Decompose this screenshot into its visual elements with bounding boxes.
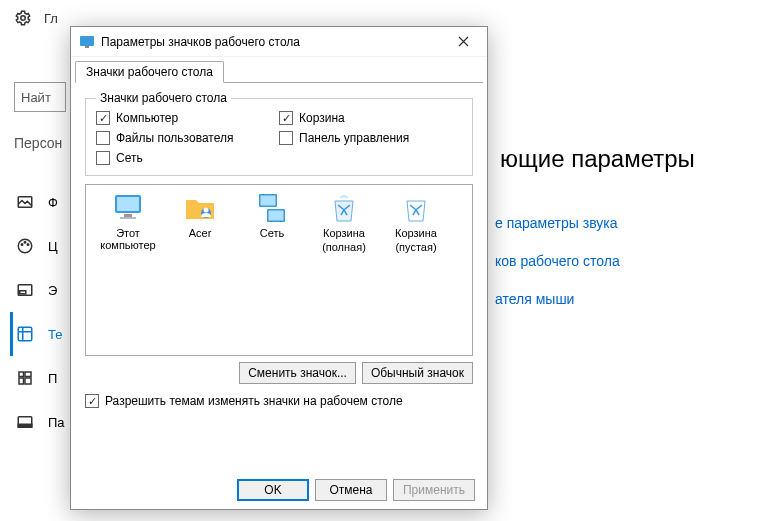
- svg-rect-14: [18, 424, 32, 427]
- image-icon: [16, 193, 34, 211]
- svg-rect-9: [19, 372, 24, 377]
- checkbox-computer[interactable]: Компьютер: [96, 111, 279, 125]
- checkbox-label: Файлы пользователя: [116, 131, 233, 145]
- icon-network[interactable]: Сеть: [236, 191, 308, 267]
- nav-label: Те: [48, 327, 62, 342]
- icon-recycle-bin-full[interactable]: Корзина (полная): [308, 191, 380, 267]
- palette-icon: [16, 237, 34, 255]
- ok-button[interactable]: OK: [237, 479, 309, 501]
- svg-point-4: [24, 242, 26, 244]
- desktop-icon-settings-dialog: Параметры значков рабочего стола Значки …: [70, 26, 488, 510]
- gear-icon: [14, 9, 32, 27]
- svg-rect-19: [124, 214, 132, 217]
- checkbox-label: Панель управления: [299, 131, 409, 145]
- nav-label: П: [48, 371, 57, 386]
- related-settings-heading: ющие параметры: [500, 145, 695, 173]
- checkbox-icon: [279, 111, 293, 125]
- default-icon-button[interactable]: Обычный значок: [362, 362, 473, 384]
- recycle-bin-empty-icon: [399, 191, 433, 225]
- icon-sublabel: (пустая): [395, 241, 436, 253]
- taskbar-icon: [16, 413, 34, 431]
- checkbox-icon: [96, 111, 110, 125]
- svg-rect-20: [120, 217, 136, 219]
- svg-rect-8: [18, 327, 32, 341]
- svg-rect-11: [19, 378, 24, 384]
- checkbox-icon: [96, 151, 110, 165]
- related-links: е параметры звука ков рабочего стола ате…: [495, 215, 620, 329]
- nav-item-background[interactable]: Ф: [10, 180, 65, 224]
- search-input[interactable]: Найт: [14, 82, 66, 112]
- svg-rect-18: [117, 197, 139, 211]
- titlebar[interactable]: Параметры значков рабочего стола: [71, 27, 487, 57]
- checkbox-label: Разрешить темам изменять значки на рабоч…: [105, 394, 403, 408]
- pc-icon: [111, 191, 145, 225]
- checkbox-icon: [96, 131, 110, 145]
- nav-label: Ф: [48, 195, 58, 210]
- checkbox-label: Корзина: [299, 111, 345, 125]
- svg-point-3: [21, 244, 23, 246]
- checkbox-user-files[interactable]: Файлы пользователя: [96, 131, 279, 145]
- svg-rect-7: [20, 291, 26, 294]
- svg-rect-10: [25, 372, 31, 377]
- checkbox-label: Компьютер: [116, 111, 178, 125]
- group-legend: Значки рабочего стола: [96, 91, 231, 105]
- icon-recycle-bin-empty[interactable]: Корзина (пустая): [380, 191, 452, 267]
- change-icon-button[interactable]: Сменить значок...: [239, 362, 356, 384]
- recycle-bin-full-icon: [327, 191, 361, 225]
- icon-label: Сеть: [260, 227, 284, 239]
- svg-point-22: [204, 208, 209, 213]
- cancel-button[interactable]: Отмена: [315, 479, 387, 501]
- link-desktop-icons[interactable]: ков рабочего стола: [495, 253, 620, 269]
- desktop-icons-group: Значки рабочего стола Компьютер Корзина …: [85, 91, 473, 176]
- settings-home-row[interactable]: Гл: [14, 0, 58, 36]
- svg-point-5: [27, 244, 29, 246]
- category-label: Персон: [14, 135, 62, 151]
- svg-rect-26: [269, 211, 284, 221]
- icon-label: Этот компьютер: [92, 227, 164, 251]
- svg-rect-16: [85, 46, 89, 48]
- checkbox-icon: [85, 394, 99, 408]
- icon-label: Корзина: [395, 227, 437, 239]
- checkbox-control-panel[interactable]: Панель управления: [279, 131, 462, 145]
- nav-item-lockscreen[interactable]: Э: [10, 268, 65, 312]
- nav-label: Ц: [48, 239, 58, 254]
- allow-themes-checkbox[interactable]: Разрешить темам изменять значки на рабоч…: [85, 394, 473, 408]
- link-sound[interactable]: е параметры звука: [495, 215, 620, 231]
- icon-this-pc[interactable]: Этот компьютер: [92, 191, 164, 267]
- link-mouse-pointer[interactable]: ателя мыши: [495, 291, 620, 307]
- svg-rect-15: [80, 36, 94, 46]
- apply-button[interactable]: Применить: [393, 479, 475, 501]
- checkbox-icon: [279, 131, 293, 145]
- nav-item-start[interactable]: П: [10, 356, 65, 400]
- nav-label: Па: [48, 415, 65, 430]
- checkbox-label: Сеть: [116, 151, 143, 165]
- network-icon: [255, 191, 289, 225]
- start-icon: [16, 369, 34, 387]
- icon-user-folder[interactable]: Acer: [164, 191, 236, 267]
- dialog-title: Параметры значков рабочего стола: [101, 35, 443, 49]
- settings-home-label: Гл: [44, 11, 58, 26]
- checkbox-recycle-bin[interactable]: Корзина: [279, 111, 462, 125]
- nav-item-themes[interactable]: Те: [10, 312, 65, 356]
- search-placeholder: Найт: [21, 90, 51, 105]
- svg-point-0: [21, 16, 26, 21]
- settings-nav: Ф Ц Э Те П Па: [10, 180, 65, 444]
- svg-rect-25: [261, 196, 276, 206]
- icon-label: Acer: [189, 227, 212, 239]
- icon-label: Корзина: [323, 227, 365, 239]
- svg-rect-12: [25, 378, 31, 384]
- icon-preview-list: Этот компьютер Acer Сеть Корзина (полная…: [85, 184, 473, 356]
- icon-sublabel: (полная): [322, 241, 366, 253]
- dialog-icon: [79, 34, 95, 50]
- tab-desktop-icons[interactable]: Значки рабочего стола: [75, 61, 224, 83]
- nav-item-colors[interactable]: Ц: [10, 224, 65, 268]
- close-button[interactable]: [443, 28, 483, 56]
- user-folder-icon: [183, 191, 217, 225]
- nav-label: Э: [48, 283, 57, 298]
- lockscreen-icon: [16, 281, 34, 299]
- checkbox-network[interactable]: Сеть: [96, 151, 279, 165]
- themes-icon: [16, 325, 34, 343]
- close-icon: [458, 36, 469, 47]
- nav-item-taskbar[interactable]: Па: [10, 400, 65, 444]
